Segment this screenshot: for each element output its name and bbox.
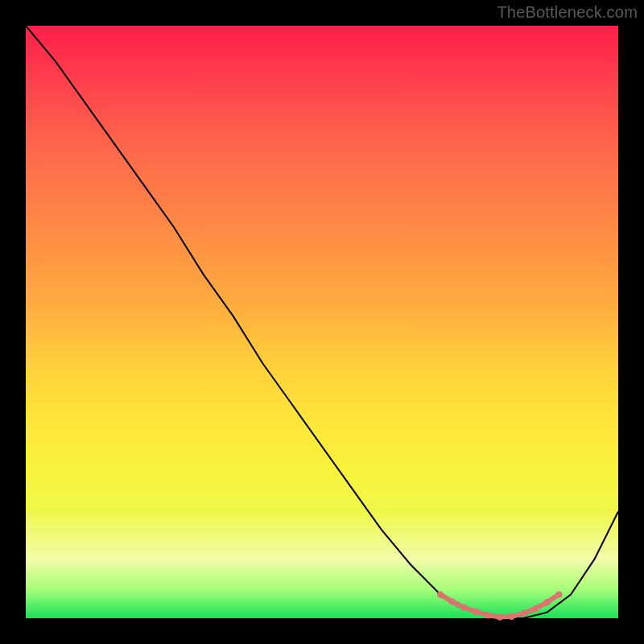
plot-area <box>26 26 618 618</box>
chart-frame: TheBottleneck.com <box>0 0 644 644</box>
highlight-dot <box>508 613 514 620</box>
highlight-dot <box>460 605 467 611</box>
highlight-dot <box>520 610 526 617</box>
highlight-dot <box>497 613 503 620</box>
highlight-dot <box>437 591 444 597</box>
highlight-dot <box>485 612 491 618</box>
highlight-dot <box>532 605 539 612</box>
watermark-text: TheBottleneck.com <box>497 3 638 22</box>
highlight-dot <box>555 591 562 597</box>
highlight-dot <box>544 599 551 605</box>
curve-line <box>26 26 618 618</box>
highlight-dot <box>449 598 456 605</box>
chart-svg <box>26 26 618 618</box>
highlight-dot <box>473 609 479 615</box>
